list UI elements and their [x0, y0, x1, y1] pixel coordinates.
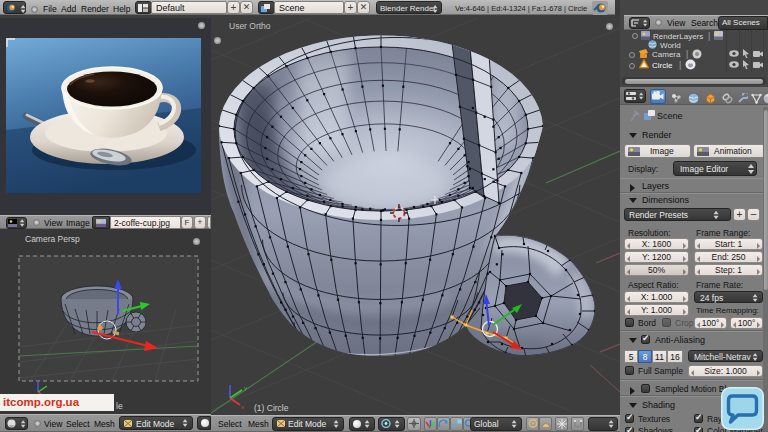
- svg-text:x: x: [241, 404, 244, 410]
- svg-text:y: y: [244, 385, 247, 391]
